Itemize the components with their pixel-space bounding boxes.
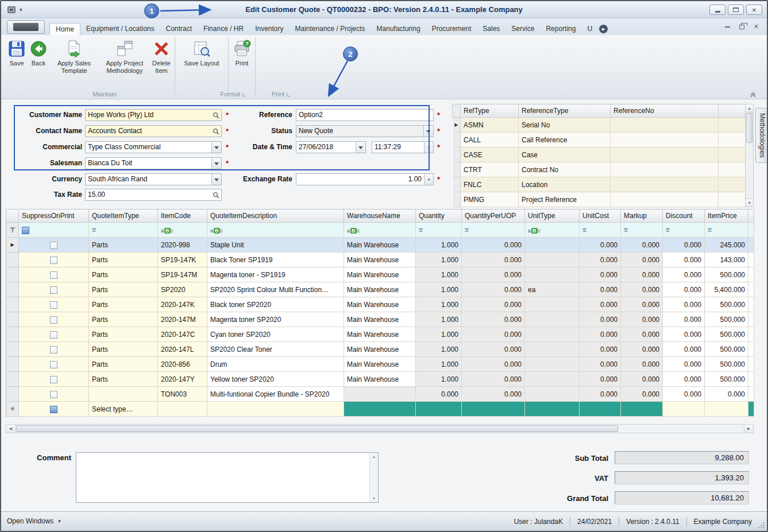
ref-row[interactable]: CTRTContract No	[453, 162, 746, 177]
cell-suppress[interactable]	[19, 387, 89, 402]
tax-rate-field[interactable]: 15.00	[85, 189, 222, 201]
cell-qty[interactable]: 1.000	[416, 253, 462, 267]
cell-reference-no[interactable]	[611, 147, 719, 162]
cell-warehouse[interactable]: Main Warehouse	[344, 357, 416, 372]
cell-qty-per-uop[interactable]: 0.000	[462, 282, 525, 297]
cell-qty[interactable]: 1.000	[416, 312, 462, 327]
cell-type[interactable]: Parts	[89, 357, 158, 372]
scroll-up-icon[interactable]: ▲	[746, 104, 753, 112]
cell-type[interactable]	[89, 387, 158, 402]
cell-qty-per-uop[interactable]: 0.000	[462, 312, 525, 327]
ref-col-header-referencetype[interactable]: ReferenceType	[519, 104, 611, 118]
cell-reference-type[interactable]: Project Reference	[519, 192, 611, 207]
cell-warehouse[interactable]	[344, 387, 416, 402]
cell-qty[interactable]: 1.000	[416, 297, 462, 312]
cell-markup[interactable]: 0.000	[621, 387, 663, 402]
cell-code[interactable]	[158, 402, 207, 417]
app-menu-button[interactable]	[7, 20, 45, 34]
cell-type[interactable]: Parts	[89, 267, 158, 282]
filter-begins-with-icon[interactable]: aBc	[525, 223, 580, 238]
delete-item-button[interactable]: Delete Item	[150, 37, 172, 77]
cell-type[interactable]: Parts	[89, 297, 158, 312]
cell-unit-cost[interactable]: 0.000	[580, 267, 621, 282]
cell-warehouse[interactable]: Main Warehouse	[344, 253, 416, 267]
cell-desc[interactable]: SP2020 Clear Toner	[207, 342, 344, 357]
cell-price[interactable]: 245.000	[705, 238, 748, 253]
commercial-field[interactable]: Type Class Commercial	[85, 141, 222, 153]
cell-type[interactable]: Parts	[89, 238, 158, 253]
cell-desc[interactable]: Magenta toner - SP1919	[207, 267, 344, 282]
cell-unit-cost[interactable]: 0.000	[580, 282, 621, 297]
scroll-left-icon[interactable]: ◀	[6, 425, 16, 433]
col-header-warehousename[interactable]: WarehouseName	[344, 209, 416, 223]
tab-scroll-right-icon[interactable]: ▶	[599, 25, 608, 33]
filter-equals-icon[interactable]: =	[89, 223, 158, 238]
cell-unit-cost[interactable]: 0.000	[580, 297, 621, 312]
col-header-quoteitemdescription[interactable]: QuoteItemDescription	[207, 209, 344, 223]
cell-markup[interactable]: 0.000	[621, 327, 663, 342]
quote-item-row[interactable]: TON003Multi-funtional Copier Bundle - SP…	[6, 387, 754, 402]
comment-textarea[interactable]: ▲▼	[76, 452, 379, 503]
cell-warehouse[interactable]: Main Warehouse	[344, 238, 416, 253]
cell-desc[interactable]: Black toner SP2020	[207, 297, 344, 312]
tab-procurement[interactable]: Procurement	[426, 22, 477, 35]
cell-desc[interactable]: Magenta toner SP2020	[207, 312, 344, 327]
cell-suppress[interactable]	[19, 253, 89, 267]
cell-warehouse[interactable]: Main Warehouse	[344, 327, 416, 342]
cell-discount[interactable]: 0.000	[663, 282, 705, 297]
col-header-quoteitemtype[interactable]: QuoteItemType	[89, 209, 158, 223]
cell-code[interactable]: SP19-147M	[158, 267, 207, 282]
cell-warehouse[interactable]: Main Warehouse	[344, 342, 416, 357]
cell-discount[interactable]: 0.000	[663, 342, 705, 357]
time-spinner[interactable]: ▲▼	[424, 142, 433, 153]
cell-unit-type[interactable]	[525, 267, 580, 282]
quote-item-row[interactable]: Parts2020-147LSP2020 Clear TonerMain War…	[6, 342, 754, 357]
cell-type[interactable]: Select type…	[89, 402, 158, 417]
cell-suppress[interactable]	[19, 282, 89, 297]
cell-code[interactable]: 2020-147C	[158, 327, 207, 342]
suppress-checkbox[interactable]	[50, 406, 57, 413]
cell-unit-cost[interactable]: 0.000	[580, 327, 621, 342]
salesman-field[interactable]: Bianca Du Toit	[85, 157, 222, 169]
cell-discount[interactable]: 0.000	[663, 267, 705, 282]
cell-ref-type[interactable]: CALL	[461, 133, 519, 147]
cell-price[interactable]: 500.000	[705, 327, 748, 342]
col-header-quantityperuop[interactable]: QuantityPerUOP	[462, 209, 525, 223]
cell-qty[interactable]: 1.000	[416, 238, 462, 253]
cell-suppress[interactable]	[19, 342, 89, 357]
cell-qty-per-uop[interactable]: 0.000	[462, 372, 525, 387]
time-field[interactable]: 11:37:29 ▲▼	[372, 141, 434, 153]
cell-reference-type[interactable]: Location	[519, 177, 611, 192]
col-header-discount[interactable]: Discount	[663, 209, 705, 223]
cell-code[interactable]: 2020-147M	[158, 312, 207, 327]
suppress-checkbox[interactable]	[50, 376, 57, 383]
cell-unit-cost[interactable]: 0.000	[580, 238, 621, 253]
cell-reference-type[interactable]: Call Reference	[519, 133, 611, 147]
tab-home[interactable]: Home	[49, 23, 80, 35]
cell-desc[interactable]: Multi-funtional Copier Bundle - SP2020	[207, 387, 344, 402]
apply-sales-template-button[interactable]: Apply Sales Template	[49, 37, 99, 77]
cell-markup[interactable]: 0.000	[621, 372, 663, 387]
cell-warehouse[interactable]: Main Warehouse	[344, 282, 416, 297]
filter-equals-icon[interactable]: =	[663, 223, 705, 238]
spin-up-icon[interactable]: ▲	[424, 142, 433, 153]
cell-suppress[interactable]	[19, 238, 89, 253]
status-field[interactable]: New Quote	[296, 125, 434, 137]
exchange-rate-spinner[interactable]: ▲▼	[424, 174, 433, 185]
ref-row[interactable]: ▶ASMNSerial No	[453, 118, 746, 133]
scroll-thumb[interactable]	[746, 113, 752, 143]
col-header-itemcode[interactable]: ItemCode	[158, 209, 207, 223]
tab-manufacturing[interactable]: Manufacturing	[371, 22, 426, 35]
cell-price[interactable]: 143.000	[705, 253, 748, 267]
ref-row[interactable]: PMNGProject Reference	[453, 192, 746, 207]
quote-item-row[interactable]: Parts2020-147KBlack toner SP2020Main War…	[6, 297, 754, 312]
mdi-restore-icon[interactable]	[739, 25, 744, 29]
filter-equals-icon[interactable]: =	[621, 223, 663, 238]
cell-desc[interactable]: Drum	[207, 357, 344, 372]
col-header-unitcost[interactable]: UnitCost	[580, 209, 621, 223]
cell-type[interactable]: Parts	[89, 372, 158, 387]
cell-warehouse[interactable]: Main Warehouse	[344, 312, 416, 327]
print-button[interactable]: ? Print	[231, 37, 253, 69]
suppress-checkbox[interactable]	[50, 346, 57, 354]
cell-qty[interactable]: 1.000	[416, 282, 462, 297]
